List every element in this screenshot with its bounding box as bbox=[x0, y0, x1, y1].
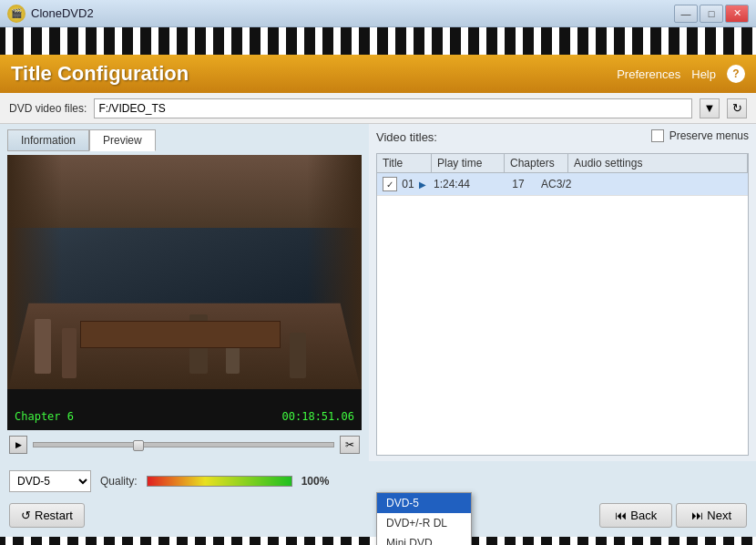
tabs: Information Preview bbox=[7, 129, 362, 151]
scene-figure-2 bbox=[62, 328, 77, 378]
header-bar: Title Configuration Preferences Help ? bbox=[0, 55, 756, 93]
filepath-row: DVD video files: ▼ ↻ bbox=[0, 93, 756, 124]
time-overlay: 00:18:51.06 bbox=[282, 410, 354, 423]
filmstrip-top bbox=[0, 27, 756, 55]
dropdown-item-dvdrl[interactable]: DVD+/-R DL bbox=[377, 513, 471, 533]
seek-bar[interactable] bbox=[33, 442, 334, 447]
preserve-menus-checkbox[interactable] bbox=[651, 129, 664, 142]
help-button[interactable]: ? bbox=[727, 65, 745, 83]
next-button[interactable]: ⏭ Next bbox=[676, 503, 747, 528]
title-chapters: 17 bbox=[495, 178, 541, 190]
header-menu: Preferences Help ? bbox=[617, 65, 745, 83]
page-title: Title Configuration bbox=[11, 62, 189, 86]
filepath-dropdown-button[interactable]: ▼ bbox=[700, 98, 720, 118]
dropdown-item-dvd5[interactable]: DVD-5 bbox=[377, 493, 471, 513]
playback-controls: ▶ ✂ bbox=[7, 430, 362, 456]
col-playtime: Play time bbox=[432, 154, 505, 172]
video-titles-label: Video titles: bbox=[376, 130, 437, 144]
next-label: Next bbox=[707, 509, 731, 522]
back-label: Back bbox=[630, 509, 657, 522]
app-icon: 🎬 bbox=[7, 5, 26, 23]
video-area: Chapter 6 00:18:51.06 bbox=[7, 155, 362, 430]
col-title: Title bbox=[377, 154, 432, 172]
format-dropdown-menu: DVD-5 DVD+/-R DL Mini DVD DVD-RAM CD-R C… bbox=[376, 492, 472, 545]
table-row[interactable]: ✓ 01 ▶ 1:24:44 17 AC3/2 bbox=[377, 173, 748, 196]
scissors-button[interactable]: ✂ bbox=[340, 436, 360, 454]
preferences-menu-item[interactable]: Preferences bbox=[617, 67, 680, 81]
title-bar-left: 🎬 CloneDVD2 bbox=[7, 5, 94, 23]
title-playtime: 1:24:44 bbox=[434, 178, 495, 190]
title-play-icon[interactable]: ▶ bbox=[419, 180, 434, 190]
scene-figure-5 bbox=[290, 333, 306, 378]
filepath-label: DVD video files: bbox=[9, 102, 87, 115]
preserve-menus-label: Preserve menus bbox=[669, 129, 749, 142]
filmstrip-holes-top bbox=[0, 27, 756, 55]
seek-thumb[interactable] bbox=[133, 440, 144, 451]
scene-figure-1 bbox=[35, 319, 51, 374]
title-checkbox[interactable]: ✓ bbox=[383, 177, 397, 191]
main-content: Information Preview Chapter 6 bbox=[0, 124, 756, 461]
scene-floor bbox=[7, 303, 362, 394]
output-format-select[interactable]: DVD-5 DVD+/-R DL Mini DVD DVD-RAM CD-R C… bbox=[9, 470, 91, 492]
minimize-button[interactable]: — bbox=[674, 5, 698, 23]
video-frame: Chapter 6 00:18:51.06 bbox=[7, 155, 362, 430]
window-title: CloneDVD2 bbox=[31, 6, 94, 20]
quality-label: Quality: bbox=[100, 475, 138, 488]
quality-bar bbox=[147, 476, 292, 487]
filepath-input[interactable] bbox=[94, 98, 692, 118]
back-icon: ⏮ bbox=[615, 509, 627, 522]
help-menu-item[interactable]: Help bbox=[691, 67, 716, 81]
chapter-overlay: Chapter 6 bbox=[15, 410, 74, 423]
maximize-button[interactable]: □ bbox=[700, 5, 723, 23]
restart-button[interactable]: ↺ Restart bbox=[9, 503, 85, 528]
play-button[interactable]: ▶ bbox=[9, 436, 27, 454]
title-bar-controls: — □ ✕ bbox=[674, 5, 749, 23]
restart-icon: ↺ bbox=[21, 509, 31, 522]
filepath-refresh-button[interactable]: ↻ bbox=[727, 98, 747, 118]
back-button[interactable]: ⏮ Back bbox=[599, 503, 672, 528]
title-audio: AC3/2 bbox=[541, 178, 742, 190]
navigation-buttons: ⏮ Back ⏭ Next bbox=[599, 503, 747, 528]
titles-table-header: Title Play time Chapters Audio settings bbox=[376, 153, 749, 172]
tab-preview[interactable]: Preview bbox=[89, 129, 156, 151]
title-number: 01 bbox=[397, 178, 419, 190]
left-panel: Information Preview Chapter 6 bbox=[0, 124, 369, 461]
quality-percentage: 100% bbox=[301, 475, 330, 488]
col-audio: Audio settings bbox=[568, 154, 748, 172]
right-panel: Video titles: Preserve menus Title Play … bbox=[369, 124, 756, 461]
titles-table: ✓ 01 ▶ 1:24:44 17 AC3/2 bbox=[376, 172, 749, 456]
next-icon: ⏭ bbox=[691, 509, 703, 522]
preserve-menus-row: Preserve menus bbox=[651, 129, 749, 142]
tab-information[interactable]: Information bbox=[7, 129, 89, 151]
dropdown-item-minidvd[interactable]: Mini DVD bbox=[377, 533, 471, 545]
restart-label: Restart bbox=[35, 509, 73, 522]
scene-table bbox=[80, 321, 281, 348]
col-chapters: Chapters bbox=[505, 154, 568, 172]
close-button[interactable]: ✕ bbox=[725, 5, 749, 23]
title-bar: 🎬 CloneDVD2 — □ ✕ bbox=[0, 0, 756, 27]
